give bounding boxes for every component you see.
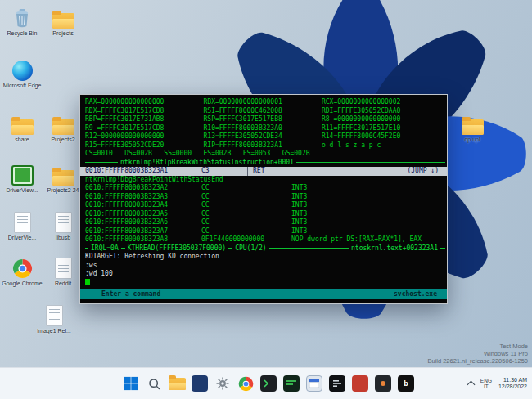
file-explorer-button[interactable] [167, 374, 187, 393]
desktop-icon-microsoft-edge[interactable]: Microsoft Edge [1, 59, 43, 89]
disasm-address: 0010:FFFFF80003B323A3 [85, 193, 201, 202]
command-input[interactable] [80, 279, 447, 288]
language-code: ENG [480, 378, 492, 384]
chrome-button[interactable] [236, 374, 255, 393]
watermark-line: Test Mode [427, 343, 528, 350]
desktop-icon-label: Microsoft Edge [3, 83, 42, 89]
desktop-icon-recycle-bin[interactable]: Recycle Bin [1, 7, 43, 37]
cpu-label: CPU(1/2) [232, 244, 269, 253]
app-b-button[interactable]: b [396, 374, 416, 393]
desktop-icon-image1[interactable]: Image1 Rel... [33, 304, 75, 334]
console-green-button[interactable] [282, 374, 301, 393]
app-navy-button[interactable] [190, 374, 210, 393]
document-icon [14, 211, 31, 233]
search-icon [147, 377, 161, 391]
console-dark-icon [329, 375, 345, 392]
clock[interactable]: 11:36 AM 12/28/2022 [498, 377, 527, 391]
desktop-icon-label: share [15, 137, 29, 143]
desktop-icon-projects2-24[interactable]: Projects2 24 [42, 164, 84, 194]
disasm-mnemonic: INT3 [291, 201, 447, 210]
desktop-icon-label: Projects [52, 30, 73, 37]
watermark-line: Build 22621.ni_release.220506-1250 [427, 357, 528, 365]
jump-indicator: (JUMP ↓) [407, 167, 439, 176]
search-button[interactable] [144, 374, 164, 393]
disasm-row: 0010:FFFFF80003B323A3 CC INT3 [80, 193, 447, 202]
disasm-address: 0010:FFFFF80003B323A2 [85, 184, 201, 193]
register-line: R9 =FFFFC3017E517CD8 R10=FFFFF80003B323A… [80, 124, 447, 133]
desktop-icon-projects2[interactable]: Projects2 [42, 113, 84, 143]
app-dark-icon [375, 375, 391, 392]
register-line: RAX=0000000000000000 RBX=000000000000000… [80, 98, 447, 107]
disasm-current-line[interactable]: 0010:FFFFF80003B323A1 C3 RET (JUMP ↓) [80, 167, 447, 176]
gear-icon [215, 376, 230, 391]
edge-icon [12, 59, 33, 81]
desktop-icon-label: Recycle Bin [7, 30, 38, 37]
settings-button[interactable] [213, 374, 232, 393]
desktop-icon-label: Image1 Rel... [37, 328, 71, 334]
kthread-label: KTHREAD(FFFFE305037F0000) [125, 244, 228, 253]
keyboard-code: IT [480, 383, 492, 390]
separator-symbol-label: ntkrnlmp!RtlpBreakWithStatusInstruction+… [118, 159, 296, 168]
desktop-icon-driverview-doc[interactable]: DriverVie... [1, 211, 43, 241]
chrome-icon [238, 376, 254, 392]
disasm-address: 0010:FFFFF80003B323A5 [85, 210, 201, 219]
taskbar-icon-group: b [121, 374, 416, 393]
disasm-bytes: CC [201, 218, 291, 227]
folder-icon [11, 113, 34, 135]
command-output: KDTARGET: Refreshing KD connection [80, 253, 447, 262]
disasm-row: 0010:FFFFF80003B323A8 0F1F440000000000 N… [80, 235, 447, 244]
disasm-address: 0010:FFFFF80003B323A6 [85, 218, 201, 227]
text-cursor [85, 279, 90, 285]
register-line: R12=0000000000000000 R13=FFFFE305052CDE3… [80, 132, 447, 141]
desktop-icon-dp-upl[interactable]: dp upl [451, 113, 494, 143]
app-red-button[interactable] [350, 374, 370, 393]
desktop-icon-driverview-app[interactable]: DriverView... [1, 164, 43, 194]
windbg-button[interactable] [304, 374, 324, 393]
desktop-icon-libusb[interactable]: libusb [42, 211, 84, 241]
document-icon [55, 257, 72, 279]
disasm-row: 0010:FFFFF80003B323A2 CC INT3 [80, 184, 447, 193]
disasm-mnemonic: NOP dword ptr DS:[RAX+RAX*1], EAX [291, 235, 447, 244]
watermark-line: Windows 11 Pro [427, 350, 528, 357]
symbol-label: ntkrnlmp!DbgBreakPointWithStatusEnd [80, 176, 447, 185]
disasm-bytes: CC [201, 184, 291, 193]
desktop-icon-label: DriverView... [6, 187, 38, 194]
module-label: ntoskrnl.text+002323A1 [349, 244, 440, 253]
disasm-row: 0010:FFFFF80003B323A6 CC INT3 [80, 218, 447, 227]
desktop-icon-share[interactable]: share [1, 113, 43, 143]
desktop-icon-label: Projects2 [51, 137, 74, 143]
language-indicator[interactable]: ENG IT [480, 378, 492, 390]
command-output: :ws [80, 262, 447, 271]
disasm-row: 0010:FFFFF80003B323A7 CC INT3 [80, 227, 447, 236]
debugger-body: RAX=0000000000000000 RBX=000000000000000… [80, 95, 447, 303]
disasm-bytes: CC [201, 201, 291, 210]
console-dark-button[interactable] [327, 374, 347, 393]
disasm-mnemonic: INT3 [291, 184, 447, 193]
app-dark-button[interactable] [373, 374, 393, 393]
kernel-debugger-window[interactable]: RAX=0000000000000000 RBX=000000000000000… [79, 94, 448, 304]
desktop-icon-label: Reddit [55, 280, 71, 287]
tray-chevron-up-icon[interactable] [467, 381, 475, 389]
disasm-row: 0010:FFFFF80003B323A5 CC INT3 [80, 210, 447, 219]
desktop-icon-projects[interactable]: Projects [42, 7, 84, 37]
disasm-bytes: CC [201, 193, 291, 202]
terminal-button[interactable] [259, 374, 278, 393]
desktop-icon-google-chrome[interactable]: Google Chrome [1, 257, 43, 287]
document-icon [55, 211, 72, 233]
disasm-address: 0010:FFFFF80003B323A4 [85, 201, 201, 210]
driverview-icon [11, 164, 34, 186]
chrome-icon [12, 257, 33, 279]
windbg-icon [306, 375, 322, 392]
folder-icon [52, 164, 74, 186]
desktop-icon-reddit[interactable]: Reddit [42, 257, 84, 287]
folder-icon [52, 113, 74, 135]
disasm-row: 0010:FFFFF80003B323A4 CC INT3 [80, 201, 447, 210]
desktop-icon-label: libusb [56, 235, 70, 241]
document-icon [46, 304, 63, 326]
start-button[interactable] [121, 374, 141, 393]
app-red-icon [352, 375, 368, 392]
current-process: svchost.exe [394, 289, 437, 299]
debugger-status-bar: Enter a command svchost.exe [80, 289, 447, 299]
disasm-bytes: 0F1F440000000000 [201, 235, 291, 244]
disasm-mnemonic: INT3 [291, 193, 447, 202]
